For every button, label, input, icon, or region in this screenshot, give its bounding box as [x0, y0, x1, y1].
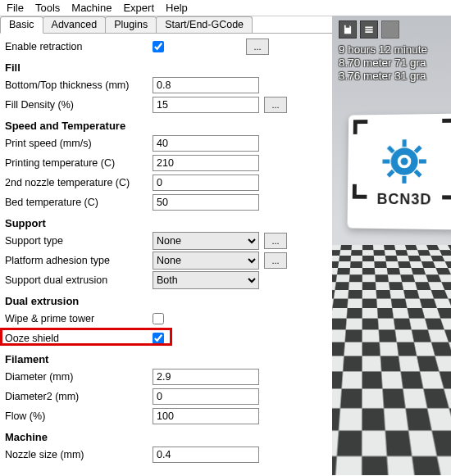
heading-speed-temp: Speed and Temperature: [5, 120, 327, 132]
select-platform-adhesion[interactable]: None: [153, 252, 259, 270]
tab-advanced[interactable]: Advanced: [43, 16, 107, 33]
bracket-corner-icon: [442, 119, 451, 134]
select-support-type[interactable]: None: [153, 232, 259, 250]
stat-extruder2: 3.76 meter 31 gra: [339, 70, 427, 83]
menu-file[interactable]: File: [7, 2, 24, 14]
menu-machine[interactable]: Machine: [71, 2, 112, 14]
svg-rect-1: [403, 139, 407, 147]
gear-icon: [378, 134, 430, 187]
label-bottom-top-thickness: Bottom/Top thickness (mm): [5, 79, 153, 91]
checkbox-ooze-shield[interactable]: [153, 333, 164, 344]
svg-rect-8: [414, 169, 422, 177]
label-bed-temp: Bed temperature (C): [5, 197, 153, 208]
svg-rect-7: [387, 169, 395, 177]
settings-tabs: Basic Advanced Plugins Start/End-GCode: [0, 16, 332, 34]
label-fill-density: Fill Density (%): [5, 99, 153, 111]
toolbar-save-icon[interactable]: [339, 20, 357, 39]
logo-text: BCN3D: [377, 190, 432, 208]
svg-rect-4: [419, 159, 426, 163]
heading-dual-extrusion: Dual extrusion: [5, 295, 327, 307]
input-bed-temp[interactable]: [153, 194, 259, 211]
svg-rect-5: [387, 145, 395, 153]
label-diameter2: Diameter2 (mm): [5, 391, 153, 402]
preview-viewport[interactable]: 9 hours 12 minute 8.70 meter 71 gra 3.76…: [332, 16, 451, 475]
label-wipe-prime: Wipe & prime tower: [5, 313, 153, 324]
svg-point-10: [401, 157, 408, 165]
input-diameter2[interactable]: [153, 388, 259, 405]
input-diameter[interactable]: [153, 369, 259, 385]
label-printing-temp: Printing temperature (C): [5, 157, 153, 169]
label-platform-adhesion: Platform adhesion type: [5, 255, 153, 266]
more-platform-adhesion-button[interactable]: ...: [264, 252, 287, 269]
label-support-type: Support type: [5, 235, 153, 247]
more-retraction-button[interactable]: ...: [246, 39, 269, 55]
input-fill-density[interactable]: [153, 97, 259, 113]
menu-tools[interactable]: Tools: [35, 2, 60, 14]
label-enable-retraction: Enable retraction: [5, 41, 153, 52]
svg-rect-2: [402, 175, 406, 183]
svg-rect-3: [382, 159, 390, 163]
tab-basic[interactable]: Basic: [0, 16, 43, 34]
bracket-corner-icon: [442, 184, 451, 199]
settings-panel: Basic Advanced Plugins Start/End-GCode E…: [0, 16, 332, 475]
label-ooze-shield: Ooze shield: [5, 333, 153, 344]
tab-plugins[interactable]: Plugins: [105, 16, 157, 33]
label-nozzle-size: Nozzle size (mm): [5, 449, 153, 460]
input-print-speed[interactable]: [153, 135, 259, 152]
checkbox-enable-retraction[interactable]: [153, 41, 164, 52]
bracket-corner-icon: [353, 120, 368, 134]
bracket-corner-icon: [353, 184, 367, 199]
checkbox-wipe-prime[interactable]: [153, 313, 164, 324]
heading-filament: Filament: [5, 353, 327, 365]
input-bottom-top-thickness[interactable]: [153, 77, 259, 93]
toolbar-layers-icon[interactable]: [360, 20, 378, 39]
more-fill-density-button[interactable]: ...: [264, 97, 287, 113]
input-nozzle-size[interactable]: [153, 447, 259, 463]
toolbar-disabled-icon: [381, 20, 399, 39]
label-diameter: Diameter (mm): [5, 371, 153, 383]
label-second-nozzle-temp: 2nd nozzle temperature (C): [5, 177, 153, 188]
label-print-speed: Print speed (mm/s): [5, 138, 153, 149]
input-flow[interactable]: [153, 408, 259, 424]
build-plate-grid: [332, 245, 451, 475]
menu-bar: File Tools Machine Expert Help: [0, 0, 451, 16]
menu-expert[interactable]: Expert: [123, 2, 154, 14]
print-stats: 9 hours 12 minute 8.70 meter 71 gra 3.76…: [339, 43, 427, 83]
heading-fill: Fill: [5, 61, 327, 74]
heading-support: Support: [5, 217, 327, 229]
label-support-dual: Support dual extrusion: [5, 274, 153, 286]
stat-extruder1: 8.70 meter 71 gra: [339, 57, 427, 70]
svg-rect-6: [414, 145, 422, 153]
stat-time: 9 hours 12 minute: [339, 43, 427, 57]
heading-machine: Machine: [5, 431, 327, 443]
menu-help[interactable]: Help: [166, 2, 188, 14]
input-second-nozzle-temp[interactable]: [153, 175, 259, 191]
input-printing-temp[interactable]: [153, 155, 259, 171]
label-flow: Flow (%): [5, 410, 153, 422]
more-support-type-button[interactable]: ...: [264, 233, 287, 249]
model-object-card[interactable]: BCN3D: [348, 114, 451, 230]
select-support-dual[interactable]: Both: [153, 271, 259, 289]
tab-gcode[interactable]: Start/End-GCode: [156, 16, 253, 33]
